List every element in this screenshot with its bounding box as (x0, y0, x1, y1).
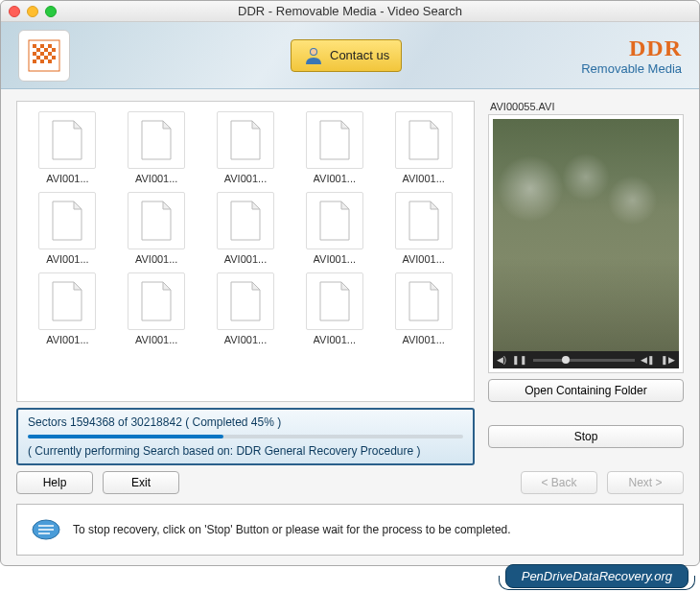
video-seek-track[interactable] (533, 359, 635, 362)
file-icon (306, 111, 363, 169)
file-icon (217, 192, 274, 249)
file-item[interactable]: AVI001... (25, 192, 110, 265)
file-icon (38, 192, 96, 249)
file-label: AVI001... (46, 253, 88, 265)
file-label: AVI001... (46, 173, 88, 184)
status-box: Sectors 1594368 of 30218842 ( Completed … (16, 408, 475, 465)
back-button: < Back (521, 471, 597, 494)
file-item[interactable]: AVI001... (381, 192, 466, 265)
file-item[interactable]: AVI001... (203, 192, 289, 265)
file-label: AVI001... (314, 334, 356, 345)
svg-rect-4 (36, 48, 40, 52)
svg-rect-13 (33, 59, 36, 63)
brand-sub: Removable Media (581, 61, 682, 76)
svg-rect-11 (44, 56, 48, 59)
volume-icon[interactable]: ◀) (497, 355, 506, 365)
svg-rect-14 (40, 59, 44, 63)
file-label: AVI001... (402, 334, 444, 345)
file-icon (217, 272, 274, 330)
file-item[interactable]: AVI001... (292, 192, 377, 265)
preview-box: ◀) ❚❚ ◀❚ ❚▶ (488, 114, 684, 373)
file-label: AVI001... (46, 334, 88, 345)
status-mode-text: ( Currently performing Search based on: … (28, 444, 463, 458)
file-icon (395, 272, 453, 330)
files-panel: AVI001... AVI001... AVI001... AVI001... (16, 101, 475, 402)
file-item[interactable]: AVI001... (114, 272, 199, 345)
status-sectors-text: Sectors 1594368 of 30218842 ( Completed … (28, 415, 463, 429)
svg-rect-15 (48, 59, 52, 63)
svg-rect-7 (33, 52, 36, 56)
file-label: AVI001... (314, 253, 356, 265)
window-title: DDR - Removable Media - Video Search (1, 4, 699, 18)
file-icon (128, 111, 185, 169)
file-item[interactable]: AVI001... (114, 111, 199, 184)
exit-button[interactable]: Exit (103, 471, 179, 494)
preview-filename: AVI00055.AVI (488, 101, 684, 112)
file-icon (38, 111, 96, 169)
next-button[interactable]: ❚▶ (661, 355, 675, 365)
file-label: AVI001... (135, 334, 177, 345)
svg-rect-8 (40, 52, 44, 56)
stop-button[interactable]: Stop (488, 425, 684, 448)
file-item[interactable]: AVI001... (381, 272, 466, 345)
svg-rect-1 (33, 44, 36, 48)
file-icon (306, 192, 363, 249)
file-icon (38, 272, 96, 330)
file-label: AVI001... (135, 253, 177, 265)
hint-text: To stop recovery, click on 'Stop' Button… (73, 523, 511, 536)
contact-us-button[interactable]: Contact us (291, 39, 402, 72)
file-icon (128, 192, 185, 249)
file-label: AVI001... (402, 173, 444, 184)
file-label: AVI001... (314, 173, 356, 184)
video-controls: ◀) ❚❚ ◀❚ ❚▶ (493, 351, 679, 368)
file-icon (395, 111, 453, 169)
file-label: AVI001... (224, 173, 267, 184)
file-item[interactable]: AVI001... (25, 111, 110, 184)
svg-rect-3 (48, 44, 52, 48)
open-containing-folder-button[interactable]: Open Containing Folder (488, 379, 684, 402)
file-icon (217, 111, 274, 169)
pause-button[interactable]: ❚❚ (512, 355, 527, 365)
app-logo-icon (27, 38, 61, 73)
file-label: AVI001... (402, 253, 444, 265)
svg-point-17 (311, 49, 316, 55)
hint-box: To stop recovery, click on 'Stop' Button… (16, 504, 684, 556)
file-item[interactable]: AVI001... (25, 272, 110, 345)
app-logo-button[interactable] (18, 30, 70, 82)
brand-block: DDR Removable Media (581, 36, 682, 76)
watermark: PenDriveDataRecovery.org (505, 564, 688, 588)
preview-thumbnail (493, 119, 679, 351)
file-item[interactable]: AVI001... (381, 111, 466, 184)
svg-rect-9 (48, 52, 52, 56)
file-item[interactable]: AVI001... (203, 272, 289, 345)
file-label: AVI001... (135, 173, 177, 184)
banner: Contact us DDR Removable Media (1, 22, 699, 89)
prev-button[interactable]: ◀❚ (641, 355, 655, 365)
svg-rect-2 (40, 44, 44, 48)
help-button[interactable]: Help (16, 471, 93, 494)
progress-bar (28, 435, 463, 438)
file-item[interactable]: AVI001... (114, 192, 199, 265)
brand-main: DDR (581, 36, 682, 61)
file-item[interactable]: AVI001... (292, 272, 377, 345)
svg-rect-10 (36, 56, 40, 59)
next-button-nav: Next > (607, 471, 684, 494)
titlebar: DDR - Removable Media - Video Search (1, 1, 699, 22)
person-icon (303, 45, 324, 66)
file-item[interactable]: AVI001... (203, 111, 289, 184)
svg-rect-12 (52, 56, 56, 59)
file-label: AVI001... (224, 253, 267, 265)
svg-rect-6 (52, 48, 56, 52)
file-label: AVI001... (224, 334, 267, 345)
contact-us-label: Contact us (330, 48, 389, 62)
svg-rect-5 (44, 48, 48, 52)
file-icon (128, 272, 185, 330)
file-icon (395, 192, 453, 249)
file-icon (306, 272, 363, 330)
file-item[interactable]: AVI001... (292, 111, 377, 184)
info-icon (31, 514, 61, 545)
